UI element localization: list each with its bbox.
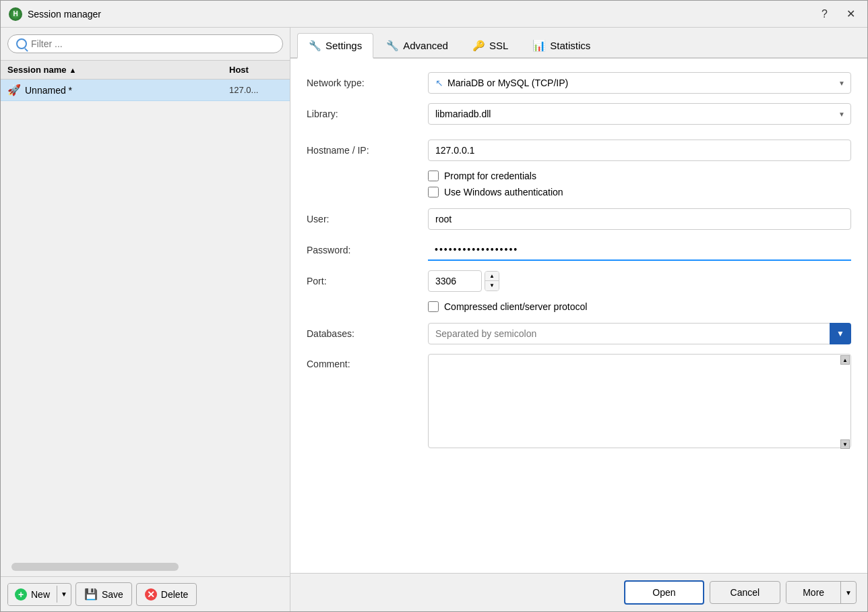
filter-input[interactable]	[31, 38, 274, 49]
port-label: Port:	[307, 276, 428, 286]
library-select[interactable]: libmariadb.dll ▼	[428, 103, 851, 125]
window-title: Session manager	[28, 9, 101, 20]
tab-ssl[interactable]: 🔑 SSL	[461, 33, 520, 57]
new-icon: +	[15, 588, 27, 601]
new-button-group: + New ▼	[7, 583, 71, 606]
compressed-label[interactable]: Compressed client/server protocol	[444, 301, 587, 312]
library-control: libmariadb.dll ▼	[428, 103, 851, 125]
title-bar-buttons: ? ✕	[817, 6, 859, 22]
delete-icon: ✕	[145, 588, 157, 601]
comment-label: Comment:	[307, 354, 428, 369]
comment-scrollbar: ▲ ▼	[840, 355, 850, 449]
close-button[interactable]: ✕	[842, 6, 859, 22]
new-button[interactable]: + New	[8, 584, 57, 605]
network-type-label: Network type:	[307, 78, 428, 88]
port-spinner: ▲ ▼	[485, 271, 499, 291]
network-type-icon: ↖	[435, 78, 443, 88]
filter-bar	[1, 28, 290, 61]
tabs-bar: 🔧 Settings 🔧 Advanced 🔑 SSL 📊 Statistics	[290, 28, 867, 59]
cancel-button[interactable]: Cancel	[710, 581, 781, 604]
new-dropdown-arrow[interactable]: ▼	[57, 586, 71, 603]
horizontal-scrollbar[interactable]	[11, 563, 179, 571]
databases-label: Databases:	[307, 328, 428, 339]
app-icon: H	[9, 7, 22, 21]
prompt-credentials-checkbox[interactable]	[428, 171, 439, 181]
session-table: Session name ▲ Host 🚀 Unnamed * 127.0...	[1, 61, 290, 557]
save-button[interactable]: 💾 Save	[75, 582, 132, 606]
session-row[interactable]: 🚀 Unnamed * 127.0...	[1, 80, 290, 101]
session-table-header: Session name ▲ Host	[1, 61, 290, 80]
session-header-host: Host	[229, 65, 283, 75]
settings-form: Network type: ↖ MariaDB or MySQL (TCP/IP…	[290, 59, 867, 573]
databases-control: ▼	[428, 323, 851, 344]
tab-advanced[interactable]: 🔧 Advanced	[375, 33, 460, 57]
password-row: Password:	[307, 239, 851, 261]
port-input[interactable]	[428, 270, 482, 292]
right-panel: 🔧 Settings 🔧 Advanced 🔑 SSL 📊 Statistics	[290, 28, 867, 611]
scrollbar-down[interactable]: ▼	[840, 439, 850, 449]
library-arrow: ▼	[838, 111, 845, 118]
save-icon: 💾	[84, 588, 98, 601]
left-bottom-bar: + New ▼ 💾 Save ✕ Delete	[1, 576, 290, 611]
databases-row: Databases: ▼	[307, 323, 851, 344]
filter-input-wrapper[interactable]	[7, 34, 283, 53]
session-header-name: Session name ▲	[7, 65, 229, 75]
library-label: Library:	[307, 109, 428, 119]
prompt-credentials-label[interactable]: Prompt for credentials	[444, 171, 536, 181]
scrollbar-area	[1, 557, 290, 576]
network-type-row: Network type: ↖ MariaDB or MySQL (TCP/IP…	[307, 72, 851, 94]
databases-input[interactable]	[428, 323, 851, 344]
session-row-name: 🚀 Unnamed *	[7, 84, 229, 96]
network-type-control: ↖ MariaDB or MySQL (TCP/IP) ▼	[428, 72, 851, 94]
left-panel: Session name ▲ Host 🚀 Unnamed * 127.0...	[1, 28, 290, 611]
main-content: Session name ▲ Host 🚀 Unnamed * 127.0...	[1, 28, 867, 611]
hostname-label: Hostname / IP:	[307, 145, 428, 156]
comment-row: Comment: ▲ ▼	[307, 354, 851, 450]
rocket-icon: 🚀	[7, 84, 21, 96]
search-icon	[16, 38, 27, 49]
title-bar-left: H Session manager	[9, 7, 101, 21]
user-label: User:	[307, 214, 428, 224]
windows-auth-label[interactable]: Use Windows authentication	[444, 187, 563, 197]
library-row: Library: libmariadb.dll ▼	[307, 103, 851, 125]
hostname-row: Hostname / IP:	[307, 140, 851, 161]
port-increment[interactable]: ▲	[485, 272, 499, 281]
prompt-credentials-row: Prompt for credentials Use Windows authe…	[428, 171, 851, 197]
databases-arrow-icon: ▼	[836, 329, 844, 338]
password-control	[428, 239, 851, 261]
compressed-checkbox[interactable]	[428, 301, 439, 312]
password-label: Password:	[307, 245, 428, 255]
user-row: User:	[307, 208, 851, 230]
port-decrement[interactable]: ▼	[485, 281, 499, 290]
session-row-host: 127.0...	[229, 85, 283, 95]
tab-statistics[interactable]: 📊 Statistics	[521, 33, 602, 57]
port-row: Port: ▲ ▼	[307, 270, 851, 292]
title-bar: H Session manager ? ✕	[1, 1, 867, 28]
hostname-input[interactable]	[428, 140, 851, 161]
comment-control: ▲ ▼	[428, 354, 851, 450]
network-type-arrow: ▼	[838, 80, 845, 87]
wrench-icon-advanced: 🔧	[386, 40, 399, 52]
user-control	[428, 208, 851, 230]
port-control: ▲ ▼	[428, 270, 851, 292]
bottom-bar: Open Cancel More ▼	[290, 573, 867, 611]
network-type-select[interactable]: ↖ MariaDB or MySQL (TCP/IP) ▼	[428, 72, 851, 94]
more-button-group: More ▼	[786, 581, 857, 604]
main-window: H Session manager ? ✕ Session name	[0, 0, 868, 612]
compressed-row: Compressed client/server protocol	[428, 301, 851, 312]
databases-dropdown-button[interactable]: ▼	[830, 323, 851, 344]
delete-button[interactable]: ✕ Delete	[136, 583, 197, 606]
user-input[interactable]	[428, 208, 851, 230]
tab-settings[interactable]: 🔧 Settings	[297, 33, 373, 59]
hostname-control	[428, 140, 851, 161]
scrollbar-up[interactable]: ▲	[840, 355, 850, 365]
wrench-icon-settings: 🔧	[309, 40, 321, 52]
windows-auth-checkbox[interactable]	[428, 187, 439, 197]
stats-icon: 📊	[532, 39, 546, 52]
more-button[interactable]: More	[786, 582, 841, 603]
more-dropdown-arrow[interactable]: ▼	[841, 584, 856, 602]
password-input[interactable]	[428, 239, 851, 261]
comment-textarea[interactable]	[428, 354, 851, 448]
open-button[interactable]: Open	[624, 580, 704, 605]
help-button[interactable]: ?	[817, 6, 832, 22]
